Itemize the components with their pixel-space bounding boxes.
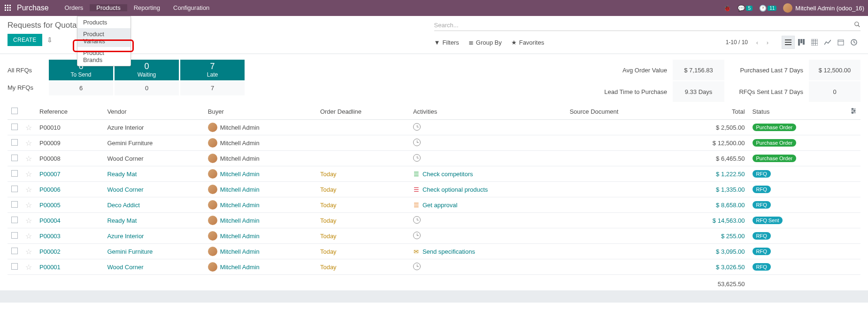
clock-icon[interactable] — [413, 139, 421, 146]
activity-view-button[interactable] — [847, 36, 860, 49]
cell-reference[interactable]: P00006 — [36, 182, 103, 197]
nav-item-orders[interactable]: Orders — [58, 4, 90, 11]
optional-columns-button[interactable] — [846, 104, 860, 120]
star-toggle[interactable]: ☆ — [25, 186, 32, 194]
nav-item-reporting[interactable]: Reporting — [127, 4, 167, 11]
filters-button[interactable]: ▼ Filters — [434, 39, 459, 46]
star-toggle[interactable]: ☆ — [25, 201, 32, 209]
cell-reference[interactable]: P00010 — [36, 120, 103, 135]
cell-buyer[interactable]: Mitchell Admin — [204, 197, 316, 213]
table-row[interactable]: ☆ P00008 Wood Corner Mitchell Admin $ 6,… — [8, 151, 860, 166]
nav-item-products[interactable]: Products — [90, 4, 127, 11]
row-checkbox[interactable] — [11, 248, 18, 254]
activity-link[interactable]: ☰Check competitors — [413, 171, 562, 178]
col-total[interactable]: Total — [673, 104, 749, 120]
clock-icon[interactable] — [413, 216, 421, 224]
table-row[interactable]: ☆ P00004 Ready Mat Mitchell Admin Today … — [8, 213, 860, 228]
dash-sub[interactable]: 7 — [180, 81, 245, 95]
cell-reference[interactable]: P00008 — [36, 151, 103, 166]
import-icon[interactable]: ⇩ — [47, 36, 53, 44]
favorites-button[interactable]: ★ Favorites — [511, 39, 544, 46]
cell-reference[interactable]: P00003 — [36, 228, 103, 244]
cell-buyer[interactable]: Mitchell Admin — [204, 213, 316, 228]
cell-buyer[interactable]: Mitchell Admin — [204, 120, 316, 135]
table-row[interactable]: ☆ P00009 Gemini Furniture Mitchell Admin… — [8, 135, 860, 151]
graph-view-button[interactable] — [821, 36, 834, 49]
cell-buyer[interactable]: Mitchell Admin — [204, 244, 316, 259]
dropdown-item-products[interactable]: Products — [77, 16, 131, 28]
table-row[interactable]: ☆ P00003 Azure Interior Mitchell Admin T… — [8, 228, 860, 244]
cell-buyer[interactable]: Mitchell Admin — [204, 228, 316, 244]
table-row[interactable]: ☆ P00007 Ready Mat Mitchell Admin Today … — [8, 166, 860, 182]
activity-link[interactable]: ✉Send specifications — [413, 248, 562, 255]
star-toggle[interactable]: ☆ — [25, 170, 32, 178]
dropdown-item-product-brands[interactable]: Product Brands — [77, 47, 131, 66]
row-checkbox[interactable] — [11, 201, 18, 208]
col-vendor[interactable]: Vendor — [103, 104, 204, 120]
col-activities[interactable]: Activities — [409, 104, 566, 120]
cell-buyer[interactable]: Mitchell Admin — [204, 259, 316, 275]
groupby-button[interactable]: ≣ Group By — [469, 39, 502, 46]
cell-vendor[interactable]: Ready Mat — [103, 166, 204, 182]
clock-icon[interactable] — [413, 263, 421, 270]
row-checkbox[interactable] — [11, 170, 18, 177]
debug-icon[interactable]: 🐞 — [723, 5, 731, 12]
search-input[interactable] — [434, 22, 854, 29]
star-toggle[interactable]: ☆ — [25, 217, 32, 225]
cell-vendor[interactable]: Gemini Furniture — [103, 135, 204, 151]
search-bar[interactable] — [434, 20, 861, 31]
col-buyer[interactable]: Buyer — [204, 104, 316, 120]
pivot-view-button[interactable] — [808, 36, 821, 49]
nav-item-configuration[interactable]: Configuration — [167, 4, 216, 11]
table-row[interactable]: ☆ P00002 Gemini Furniture Mitchell Admin… — [8, 244, 860, 259]
calendar-view-button[interactable] — [834, 36, 847, 49]
row-checkbox[interactable] — [11, 217, 18, 223]
cell-vendor[interactable]: Azure Interior — [103, 120, 204, 135]
cell-vendor[interactable]: Gemini Furniture — [103, 244, 204, 259]
clock-icon[interactable] — [413, 123, 421, 131]
col-reference[interactable]: Reference — [36, 104, 103, 120]
cell-reference[interactable]: P00004 — [36, 213, 103, 228]
col-deadline[interactable]: Order Deadline — [316, 104, 409, 120]
star-toggle[interactable]: ☆ — [25, 124, 32, 132]
clock-icon[interactable] — [413, 154, 421, 162]
star-toggle[interactable]: ☆ — [25, 232, 32, 240]
cell-buyer[interactable]: Mitchell Admin — [204, 151, 316, 166]
cell-reference[interactable]: P00002 — [36, 244, 103, 259]
star-toggle[interactable]: ☆ — [25, 155, 32, 163]
cell-vendor[interactable]: Deco Addict — [103, 197, 204, 213]
app-name[interactable]: Purchase — [17, 4, 49, 12]
row-checkbox[interactable] — [11, 155, 18, 161]
col-source[interactable]: Source Document — [566, 104, 673, 120]
activity-link[interactable]: ☰Check optional products — [413, 186, 562, 193]
kanban-view-button[interactable] — [795, 36, 808, 49]
table-row[interactable]: ☆ P00001 Wood Corner Mitchell Admin Toda… — [8, 259, 860, 275]
dash-sub[interactable]: 0 — [115, 81, 179, 95]
col-status[interactable]: Status — [749, 104, 846, 120]
cell-vendor[interactable]: Wood Corner — [103, 259, 204, 275]
cell-vendor[interactable]: Wood Corner — [103, 151, 204, 166]
table-row[interactable]: ☆ P00006 Wood Corner Mitchell Admin Toda… — [8, 182, 860, 197]
star-toggle[interactable]: ☆ — [25, 248, 32, 256]
table-row[interactable]: ☆ P00010 Azure Interior Mitchell Admin $… — [8, 120, 860, 135]
pager-prev-button[interactable]: ‹ — [753, 37, 762, 48]
cell-reference[interactable]: P00001 — [36, 259, 103, 275]
table-row[interactable]: ☆ P00005 Deco Addict Mitchell Admin Toda… — [8, 197, 860, 213]
select-all-checkbox[interactable] — [11, 108, 18, 114]
cell-vendor[interactable]: Ready Mat — [103, 213, 204, 228]
cell-reference[interactable]: P00009 — [36, 135, 103, 151]
apps-icon[interactable] — [4, 4, 12, 12]
dash-sub[interactable]: 6 — [49, 81, 113, 95]
pager-next-button[interactable]: › — [763, 37, 772, 48]
cell-buyer[interactable]: Mitchell Admin — [204, 135, 316, 151]
row-checkbox[interactable] — [11, 263, 18, 270]
cell-buyer[interactable]: Mitchell Admin — [204, 166, 316, 182]
row-checkbox[interactable] — [11, 232, 18, 239]
create-button[interactable]: CREATE — [8, 34, 42, 46]
star-toggle[interactable]: ☆ — [25, 263, 32, 271]
row-checkbox[interactable] — [11, 139, 18, 146]
dropdown-item-product-variants[interactable]: Product Variants — [77, 28, 131, 47]
activity-link[interactable]: ☰Get approval — [413, 202, 562, 209]
cell-reference[interactable]: P00005 — [36, 197, 103, 213]
user-menu[interactable]: Mitchell Admin (odoo_16) — [783, 3, 864, 13]
